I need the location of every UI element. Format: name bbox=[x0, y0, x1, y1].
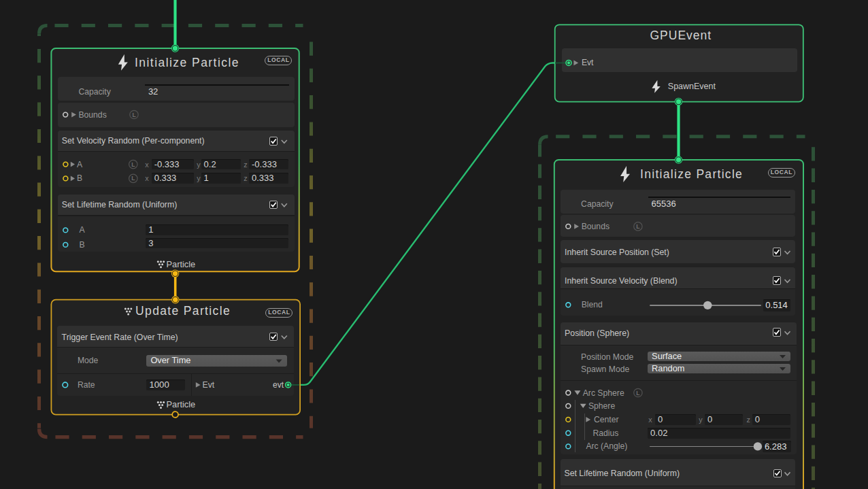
svg-text:L: L bbox=[131, 175, 135, 182]
svg-text:L: L bbox=[131, 161, 135, 168]
svg-text:L: L bbox=[636, 390, 639, 397]
svg-text:L: L bbox=[636, 223, 639, 230]
svg-text:L: L bbox=[132, 112, 135, 118]
